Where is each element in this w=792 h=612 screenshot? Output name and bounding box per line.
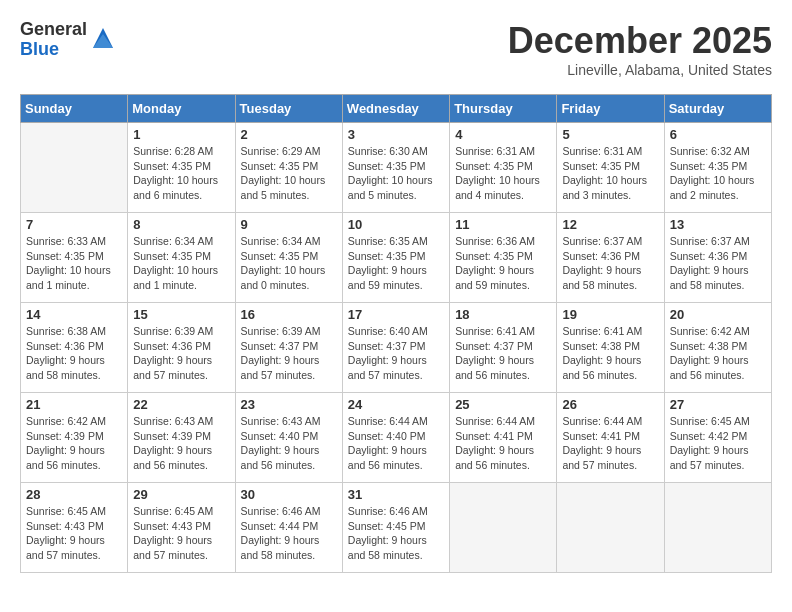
calendar-cell: 9Sunrise: 6:34 AMSunset: 4:35 PMDaylight… <box>235 213 342 303</box>
calendar-cell: 20Sunrise: 6:42 AMSunset: 4:38 PMDayligh… <box>664 303 771 393</box>
calendar-cell: 26Sunrise: 6:44 AMSunset: 4:41 PMDayligh… <box>557 393 664 483</box>
day-info: Sunrise: 6:45 AMSunset: 4:43 PMDaylight:… <box>133 504 229 563</box>
logo-general-text: General <box>20 20 87 40</box>
day-info: Sunrise: 6:31 AMSunset: 4:35 PMDaylight:… <box>562 144 658 203</box>
day-number: 25 <box>455 397 551 412</box>
day-number: 27 <box>670 397 766 412</box>
calendar-cell: 2Sunrise: 6:29 AMSunset: 4:35 PMDaylight… <box>235 123 342 213</box>
day-number: 14 <box>26 307 122 322</box>
day-info: Sunrise: 6:31 AMSunset: 4:35 PMDaylight:… <box>455 144 551 203</box>
day-info: Sunrise: 6:38 AMSunset: 4:36 PMDaylight:… <box>26 324 122 383</box>
day-info: Sunrise: 6:43 AMSunset: 4:39 PMDaylight:… <box>133 414 229 473</box>
calendar-cell: 28Sunrise: 6:45 AMSunset: 4:43 PMDayligh… <box>21 483 128 573</box>
calendar-body: 1Sunrise: 6:28 AMSunset: 4:35 PMDaylight… <box>21 123 772 573</box>
day-number: 9 <box>241 217 337 232</box>
svg-marker-1 <box>93 34 113 48</box>
logo-icon <box>91 24 115 52</box>
day-number: 10 <box>348 217 444 232</box>
day-number: 13 <box>670 217 766 232</box>
calendar-table: SundayMondayTuesdayWednesdayThursdayFrid… <box>20 94 772 573</box>
day-number: 5 <box>562 127 658 142</box>
calendar-cell: 10Sunrise: 6:35 AMSunset: 4:35 PMDayligh… <box>342 213 449 303</box>
day-number: 11 <box>455 217 551 232</box>
day-number: 6 <box>670 127 766 142</box>
calendar-cell: 7Sunrise: 6:33 AMSunset: 4:35 PMDaylight… <box>21 213 128 303</box>
calendar-week-2: 14Sunrise: 6:38 AMSunset: 4:36 PMDayligh… <box>21 303 772 393</box>
day-info: Sunrise: 6:33 AMSunset: 4:35 PMDaylight:… <box>26 234 122 293</box>
day-number: 30 <box>241 487 337 502</box>
day-info: Sunrise: 6:43 AMSunset: 4:40 PMDaylight:… <box>241 414 337 473</box>
day-info: Sunrise: 6:45 AMSunset: 4:43 PMDaylight:… <box>26 504 122 563</box>
calendar-cell: 31Sunrise: 6:46 AMSunset: 4:45 PMDayligh… <box>342 483 449 573</box>
month-title: December 2025 <box>508 20 772 62</box>
day-number: 8 <box>133 217 229 232</box>
day-number: 12 <box>562 217 658 232</box>
logo: General Blue <box>20 20 115 60</box>
day-info: Sunrise: 6:44 AMSunset: 4:41 PMDaylight:… <box>562 414 658 473</box>
header-day-wednesday: Wednesday <box>342 95 449 123</box>
day-info: Sunrise: 6:29 AMSunset: 4:35 PMDaylight:… <box>241 144 337 203</box>
calendar-cell <box>21 123 128 213</box>
day-number: 19 <box>562 307 658 322</box>
calendar-cell: 24Sunrise: 6:44 AMSunset: 4:40 PMDayligh… <box>342 393 449 483</box>
header-day-tuesday: Tuesday <box>235 95 342 123</box>
calendar-cell: 30Sunrise: 6:46 AMSunset: 4:44 PMDayligh… <box>235 483 342 573</box>
day-info: Sunrise: 6:46 AMSunset: 4:44 PMDaylight:… <box>241 504 337 563</box>
calendar-header: SundayMondayTuesdayWednesdayThursdayFrid… <box>21 95 772 123</box>
day-number: 3 <box>348 127 444 142</box>
day-info: Sunrise: 6:39 AMSunset: 4:36 PMDaylight:… <box>133 324 229 383</box>
day-info: Sunrise: 6:41 AMSunset: 4:38 PMDaylight:… <box>562 324 658 383</box>
calendar-cell: 16Sunrise: 6:39 AMSunset: 4:37 PMDayligh… <box>235 303 342 393</box>
day-info: Sunrise: 6:28 AMSunset: 4:35 PMDaylight:… <box>133 144 229 203</box>
day-number: 7 <box>26 217 122 232</box>
calendar-cell: 23Sunrise: 6:43 AMSunset: 4:40 PMDayligh… <box>235 393 342 483</box>
calendar-week-0: 1Sunrise: 6:28 AMSunset: 4:35 PMDaylight… <box>21 123 772 213</box>
day-number: 26 <box>562 397 658 412</box>
calendar-cell: 11Sunrise: 6:36 AMSunset: 4:35 PMDayligh… <box>450 213 557 303</box>
calendar-cell: 19Sunrise: 6:41 AMSunset: 4:38 PMDayligh… <box>557 303 664 393</box>
title-block: December 2025 Lineville, Alabama, United… <box>508 20 772 78</box>
location: Lineville, Alabama, United States <box>508 62 772 78</box>
day-number: 23 <box>241 397 337 412</box>
day-info: Sunrise: 6:45 AMSunset: 4:42 PMDaylight:… <box>670 414 766 473</box>
day-info: Sunrise: 6:41 AMSunset: 4:37 PMDaylight:… <box>455 324 551 383</box>
calendar-cell <box>557 483 664 573</box>
calendar-cell: 22Sunrise: 6:43 AMSunset: 4:39 PMDayligh… <box>128 393 235 483</box>
day-info: Sunrise: 6:34 AMSunset: 4:35 PMDaylight:… <box>241 234 337 293</box>
day-number: 31 <box>348 487 444 502</box>
day-number: 17 <box>348 307 444 322</box>
day-info: Sunrise: 6:44 AMSunset: 4:41 PMDaylight:… <box>455 414 551 473</box>
calendar-cell: 14Sunrise: 6:38 AMSunset: 4:36 PMDayligh… <box>21 303 128 393</box>
day-info: Sunrise: 6:42 AMSunset: 4:38 PMDaylight:… <box>670 324 766 383</box>
calendar-week-4: 28Sunrise: 6:45 AMSunset: 4:43 PMDayligh… <box>21 483 772 573</box>
day-info: Sunrise: 6:37 AMSunset: 4:36 PMDaylight:… <box>562 234 658 293</box>
calendar-cell: 4Sunrise: 6:31 AMSunset: 4:35 PMDaylight… <box>450 123 557 213</box>
page-header: General Blue December 2025 Lineville, Al… <box>20 20 772 78</box>
day-number: 29 <box>133 487 229 502</box>
calendar-cell: 15Sunrise: 6:39 AMSunset: 4:36 PMDayligh… <box>128 303 235 393</box>
header-day-sunday: Sunday <box>21 95 128 123</box>
header-day-monday: Monday <box>128 95 235 123</box>
calendar-cell: 29Sunrise: 6:45 AMSunset: 4:43 PMDayligh… <box>128 483 235 573</box>
day-info: Sunrise: 6:44 AMSunset: 4:40 PMDaylight:… <box>348 414 444 473</box>
day-number: 28 <box>26 487 122 502</box>
calendar-cell: 21Sunrise: 6:42 AMSunset: 4:39 PMDayligh… <box>21 393 128 483</box>
calendar-cell: 12Sunrise: 6:37 AMSunset: 4:36 PMDayligh… <box>557 213 664 303</box>
calendar-cell: 13Sunrise: 6:37 AMSunset: 4:36 PMDayligh… <box>664 213 771 303</box>
calendar-week-1: 7Sunrise: 6:33 AMSunset: 4:35 PMDaylight… <box>21 213 772 303</box>
day-number: 20 <box>670 307 766 322</box>
day-number: 18 <box>455 307 551 322</box>
day-info: Sunrise: 6:42 AMSunset: 4:39 PMDaylight:… <box>26 414 122 473</box>
calendar-cell: 17Sunrise: 6:40 AMSunset: 4:37 PMDayligh… <box>342 303 449 393</box>
calendar-cell <box>664 483 771 573</box>
header-day-saturday: Saturday <box>664 95 771 123</box>
day-info: Sunrise: 6:32 AMSunset: 4:35 PMDaylight:… <box>670 144 766 203</box>
calendar-cell: 8Sunrise: 6:34 AMSunset: 4:35 PMDaylight… <box>128 213 235 303</box>
header-row: SundayMondayTuesdayWednesdayThursdayFrid… <box>21 95 772 123</box>
calendar-cell: 3Sunrise: 6:30 AMSunset: 4:35 PMDaylight… <box>342 123 449 213</box>
calendar-cell: 18Sunrise: 6:41 AMSunset: 4:37 PMDayligh… <box>450 303 557 393</box>
day-info: Sunrise: 6:39 AMSunset: 4:37 PMDaylight:… <box>241 324 337 383</box>
calendar-cell <box>450 483 557 573</box>
calendar-week-3: 21Sunrise: 6:42 AMSunset: 4:39 PMDayligh… <box>21 393 772 483</box>
day-info: Sunrise: 6:40 AMSunset: 4:37 PMDaylight:… <box>348 324 444 383</box>
